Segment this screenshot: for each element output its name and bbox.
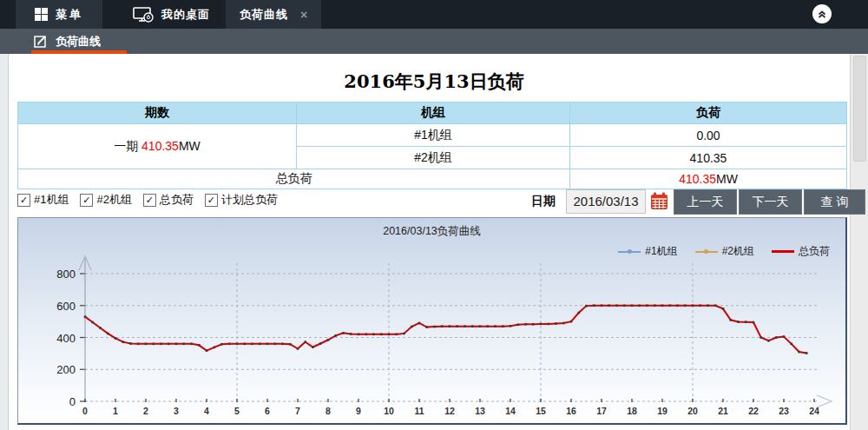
table-row: 一期 410.35MW #1机组 0.00 — [18, 124, 847, 147]
checkbox-label: #2机组 — [96, 192, 131, 208]
svg-text:5: 5 — [234, 406, 240, 416]
checkbox-icon[interactable]: ✓ — [80, 194, 93, 207]
total-label-cell: 总负荷 — [18, 169, 570, 189]
load-summary-table: 期数 机组 负荷 一期 410.35MW #1机组 0.00 #2机组 410.… — [17, 102, 847, 189]
sub-bar: 负荷曲线 — [0, 29, 868, 54]
top-bar: 菜单 我的桌面 负荷曲线 × — [0, 0, 868, 29]
subtab-load-curve[interactable]: 负荷曲线 — [31, 29, 104, 52]
tab-close-icon[interactable]: × — [300, 9, 307, 21]
svg-text:18: 18 — [627, 406, 637, 416]
legend-label: #1机组 — [645, 244, 677, 259]
svg-text:4: 4 — [204, 406, 209, 416]
page-title: 2016年5月13日负荷 — [0, 69, 868, 94]
next-day-button[interactable]: 下一天 — [739, 189, 802, 215]
svg-text:9: 9 — [356, 406, 361, 416]
tab-load-curve[interactable]: 负荷曲线 × — [226, 0, 321, 29]
table-header-row: 期数 机组 负荷 — [18, 103, 847, 124]
desktop-icon — [132, 6, 155, 23]
svg-text:400: 400 — [56, 332, 76, 345]
svg-text:200: 200 — [56, 363, 76, 376]
svg-text:24: 24 — [809, 406, 819, 416]
total-value: 410.35 — [679, 172, 716, 186]
subtab-label: 负荷曲线 — [56, 34, 101, 50]
svg-text:6: 6 — [265, 406, 270, 416]
total-value-cell: 410.35MW — [570, 169, 847, 189]
checkbox-unit1[interactable]: ✓#1机组 — [17, 192, 69, 208]
query-button[interactable]: 查 询 — [804, 189, 865, 215]
previous-day-button[interactable]: 上一天 — [674, 189, 737, 215]
unit1-load-cell: 0.00 — [570, 124, 847, 147]
legend-item: #1机组 — [618, 244, 677, 259]
menu-label: 菜单 — [56, 7, 83, 23]
date-label: 日期 — [531, 194, 556, 209]
svg-text:800: 800 — [56, 268, 76, 281]
checkbox-label: 总负荷 — [160, 192, 194, 208]
svg-text:2: 2 — [143, 406, 148, 416]
svg-text:16: 16 — [566, 406, 576, 416]
svg-text:23: 23 — [779, 406, 789, 416]
legend-label: #2机组 — [722, 244, 754, 259]
svg-text:19: 19 — [657, 406, 667, 416]
svg-text:21: 21 — [718, 406, 728, 416]
tab-label: 负荷曲线 — [240, 7, 288, 23]
checkbox-label: #1机组 — [34, 192, 69, 208]
header-load: 负荷 — [570, 103, 847, 124]
phase-value: 410.35 — [141, 139, 179, 153]
menu-button[interactable]: 菜单 — [16, 0, 102, 29]
checkbox-label: 计划总负荷 — [221, 192, 278, 208]
checkbox-total-load[interactable]: ✓总负荷 — [143, 192, 194, 208]
total-unit: MW — [716, 172, 738, 186]
legend-line-swatch — [618, 251, 641, 253]
phase-name: 一期 — [114, 139, 141, 153]
phase-cell: 一期 410.35MW — [18, 124, 297, 169]
legend-line-swatch — [695, 251, 718, 253]
vertical-scrollbar[interactable] — [850, 54, 868, 430]
svg-text:17: 17 — [596, 406, 607, 416]
my-desktop-label: 我的桌面 — [161, 7, 210, 23]
chart-title: 2016/03/13负荷曲线 — [18, 224, 845, 239]
svg-text:7: 7 — [295, 406, 300, 416]
svg-text:1: 1 — [113, 406, 118, 416]
phase-unit: MW — [179, 139, 201, 153]
main-content: 2016年5月13日负荷 期数 机组 负荷 一期 410.35MW #1机组 0… — [0, 54, 868, 430]
table-total-row: 总负荷 410.35MW — [18, 169, 847, 189]
unit1-cell: #1机组 — [297, 124, 570, 147]
collapse-button[interactable] — [812, 4, 832, 23]
left-gutter — [0, 54, 9, 430]
svg-text:14: 14 — [505, 406, 516, 416]
calendar-icon[interactable] — [650, 192, 668, 210]
svg-text:8: 8 — [326, 406, 331, 416]
legend-label: 总负荷 — [799, 244, 830, 259]
unit2-load-cell: 410.35 — [570, 147, 847, 169]
svg-text:0: 0 — [82, 406, 88, 416]
edit-icon — [33, 34, 48, 49]
legend-item: 总负荷 — [772, 244, 830, 259]
legend-line-swatch — [772, 250, 794, 253]
svg-text:20: 20 — [687, 406, 698, 416]
menu-grid-icon — [35, 8, 48, 21]
chevron-double-up-icon — [816, 8, 828, 20]
unit2-cell: #2机组 — [297, 147, 570, 169]
header-phase: 期数 — [18, 103, 297, 124]
svg-text:13: 13 — [475, 406, 485, 416]
my-desktop-button[interactable]: 我的桌面 — [116, 0, 226, 29]
controls-row: ✓#1机组 ✓#2机组 ✓总负荷 ✓计划总负荷 日期 2016/03/13 上一… — [17, 189, 846, 214]
legend-item: #2机组 — [695, 244, 754, 259]
load-curve-chart-panel: 2016/03/13负荷曲线 #1机组#2机组总负荷 0200400600800… — [17, 217, 847, 425]
checkbox-icon[interactable]: ✓ — [143, 194, 156, 207]
svg-text:15: 15 — [536, 406, 546, 416]
checkbox-planned-total-load[interactable]: ✓计划总负荷 — [205, 192, 278, 208]
checkbox-icon[interactable]: ✓ — [17, 194, 30, 207]
header-unit: 机组 — [297, 103, 570, 124]
svg-text:12: 12 — [444, 406, 455, 416]
svg-text:0: 0 — [69, 395, 76, 408]
svg-text:10: 10 — [384, 406, 394, 416]
checkbox-unit2[interactable]: ✓#2机组 — [80, 192, 131, 208]
chart-legend: #1机组#2机组总负荷 — [618, 244, 830, 259]
svg-text:22: 22 — [748, 406, 759, 416]
checkbox-icon[interactable]: ✓ — [205, 194, 218, 207]
date-input[interactable]: 2016/03/13 — [566, 189, 646, 214]
svg-text:3: 3 — [174, 406, 179, 416]
series-checkbox-group: ✓#1机组 ✓#2机组 ✓总负荷 ✓计划总负荷 — [17, 192, 278, 208]
svg-text:11: 11 — [414, 406, 424, 416]
